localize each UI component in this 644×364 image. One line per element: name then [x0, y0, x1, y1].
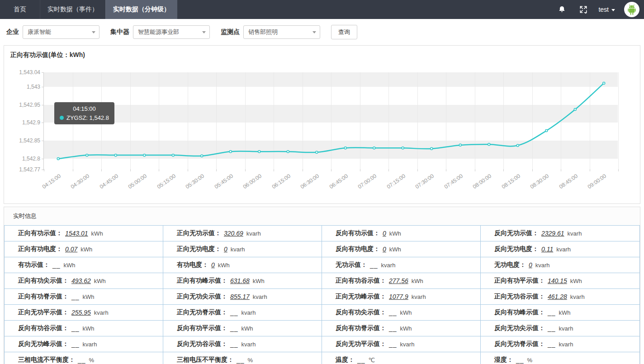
field-value-link[interactable]: 631.68 [230, 277, 250, 284]
concentrator-label: 集中器 [110, 28, 129, 36]
realtime-cell: 正向无功尖示值：855.17kvarh [163, 289, 322, 305]
field-unit: kWh [253, 278, 265, 284]
realtime-cell: 正向有功电度：0.07kWh [5, 241, 163, 257]
field-value-link[interactable]: 255.95 [71, 309, 91, 316]
android-avatar[interactable] [624, 2, 639, 17]
user-menu[interactable]: test [598, 6, 615, 13]
enterprise-label: 企业 [6, 28, 19, 36]
field-unit: kvarh [559, 325, 573, 332]
realtime-cell: 反向有功峰示值：__kWh [481, 305, 639, 321]
realtime-cell: 反向有功电度：0kWh [322, 241, 481, 257]
fullscreen-icon[interactable] [576, 2, 591, 17]
realtime-cell: 正向有功脊示值：__kWh [5, 289, 163, 305]
field-label: 正向有功平示值： [494, 277, 545, 285]
field-value-link[interactable]: 461.28 [548, 293, 567, 300]
field-label: 反向有功峰示值： [494, 308, 545, 317]
field-label: 反向有功平示值： [177, 324, 227, 332]
bell-icon[interactable] [554, 2, 569, 17]
field-unit: kWh [80, 246, 92, 253]
concentrator-select[interactable]: 智慧能源事业部 [133, 25, 210, 39]
data-point [574, 109, 576, 111]
field-label: 正向无功脊示值： [177, 308, 227, 317]
field-value-link[interactable]: 0 [383, 230, 386, 237]
field-unit: kWh [83, 293, 95, 300]
field-value-empty: __ [230, 340, 238, 348]
field-label: 反向无功示值： [494, 229, 539, 237]
data-point [344, 147, 346, 149]
data-point [57, 158, 59, 160]
field-value-link[interactable]: 320.69 [224, 230, 243, 237]
x-axis-tick [618, 169, 619, 171]
chevron-down-icon [92, 31, 95, 33]
realtime-cell: 反向有功脊示值：__kWh [322, 321, 481, 336]
field-unit: kWh [412, 278, 423, 284]
field-value-empty: __ [389, 340, 397, 348]
data-point [143, 154, 146, 156]
data-point [258, 151, 260, 153]
field-value-empty: __ [548, 340, 556, 348]
realtime-cell: 正向无功平示值：255.95kvarh [5, 305, 163, 321]
navbar-right: test [554, 0, 644, 19]
data-point [86, 154, 88, 156]
concentrator-selected-value: 智慧能源事业部 [138, 28, 179, 36]
field-value-link[interactable]: 1077.9 [389, 293, 408, 300]
tab-realtime-event[interactable]: 实时数据（事件） [40, 0, 105, 19]
field-value-empty: __ [71, 293, 80, 300]
realtime-cell: 正向有功峰示值：631.68kWh [163, 273, 322, 289]
field-value-link[interactable]: 493.62 [71, 277, 91, 284]
field-label: 无功电度： [494, 261, 526, 269]
series-dot-icon [60, 116, 64, 120]
field-unit: kWh [64, 262, 76, 269]
field-label: 正向无功平示值： [18, 308, 69, 317]
field-unit: kvarh [246, 230, 261, 237]
realtime-table: 正向有功示值：1543.01kWh正向无功示值：320.69kvarh反向有功示… [4, 225, 640, 364]
realtime-cell: 反向有功示值：0kWh [322, 226, 481, 241]
field-value-link[interactable]: 0.07 [65, 246, 77, 253]
field-unit: kvarh [535, 262, 550, 269]
chevron-down-icon [202, 31, 206, 33]
field-label: 反向无功峰示值： [18, 340, 69, 348]
data-point [516, 144, 519, 147]
field-unit: kvarh [381, 262, 396, 269]
monitor-point-select[interactable]: 销售部照明 [243, 25, 320, 39]
field-value-link[interactable]: 1543.01 [65, 230, 88, 237]
field-unit: kvarh [242, 341, 256, 348]
field-unit: % [527, 357, 533, 364]
field-unit: kWh [400, 325, 412, 332]
realtime-cell: 正向无功示值：320.69kvarh [163, 226, 322, 241]
field-value-empty: __ [78, 356, 86, 364]
field-value-link[interactable]: 0 [529, 261, 532, 269]
field-unit: kWh [94, 278, 106, 284]
field-value-link[interactable]: 277.56 [389, 277, 408, 284]
query-button[interactable]: 查询 [331, 25, 357, 39]
field-value-link[interactable]: 0.11 [541, 246, 553, 253]
field-unit: kvarh [83, 341, 97, 348]
field-unit: kWh [400, 309, 412, 316]
field-value-link[interactable]: 0 [224, 246, 227, 253]
enterprise-selected-value: 康派智能 [28, 28, 51, 36]
enterprise-select[interactable]: 康派智能 [23, 25, 99, 39]
field-value-link[interactable]: 140.15 [548, 277, 567, 284]
field-unit: ℃ [369, 357, 375, 364]
y-axis-label: 1,542.8 [4, 156, 40, 162]
realtime-cell: 正向无功脊示值：__kvarh [163, 305, 322, 321]
realtime-cell: 正向有功示值：1543.01kWh [5, 226, 163, 241]
field-unit: kvarh [412, 293, 426, 300]
chart-panel: 正向有功示值(单位：kWh) 04:15:00 ZYGSZ: 1,542.8 1… [4, 45, 640, 204]
realtime-cell: 反向无功平示值：__kvarh [322, 336, 481, 352]
tab-home[interactable]: 首页 [0, 0, 40, 19]
tab-realtime-minute[interactable]: 实时数据（分钟级） [105, 0, 177, 19]
chart-title: 正向有功示值(单位：kWh) [4, 46, 640, 59]
field-unit: kvarh [400, 341, 415, 348]
field-value-link[interactable]: 0 [383, 246, 386, 253]
field-value-link[interactable]: 0 [211, 261, 215, 269]
field-label: 正向无功谷示值： [494, 293, 545, 301]
field-value-link[interactable]: 2329.61 [541, 230, 564, 237]
field-value-link[interactable]: 855.17 [230, 293, 250, 300]
realtime-cell: 反向有功谷示值：__kWh [5, 321, 163, 336]
data-point [114, 154, 117, 156]
monitor-point-label: 监测点 [221, 28, 240, 36]
field-label: 反向无功脊示值： [494, 340, 545, 348]
field-label: 反向无功电度： [494, 245, 539, 253]
chart-plot[interactable]: 04:15:00 ZYGSZ: 1,542.8 1,542.771,542.81… [43, 72, 618, 170]
